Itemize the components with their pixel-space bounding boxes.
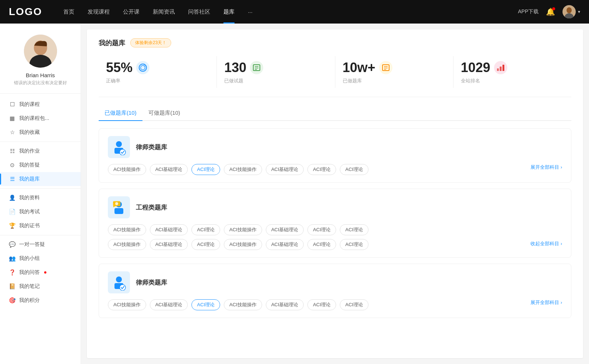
tag[interactable]: ACI理论 [307, 239, 336, 250]
expand-link[interactable]: 展开全部科目 › [530, 164, 562, 171]
tag[interactable]: ACI基础理论 [266, 299, 304, 310]
sidebar-item-cert[interactable]: 🏆 我的证书 [0, 219, 81, 233]
profile-icon: 👤 [9, 195, 15, 201]
sidebar-item-points[interactable]: 🎯 我的积分 [0, 293, 81, 307]
tag[interactable]: ACI技能操作 [224, 239, 262, 250]
tag[interactable]: ACI技能操作 [108, 164, 146, 175]
tag[interactable]: ACI基础理论 [266, 224, 304, 235]
tags-and-expand: ACI技能操作 ACI基础理论 ACI理论 ACI技能操作 ACI基础理论 AC… [108, 299, 562, 310]
tag[interactable]: ACI理论 [191, 224, 220, 235]
tags-row-1: ACI技能操作 ACI基础理论 ACI理论 ACI技能操作 ACI基础理论 AC… [108, 224, 562, 235]
sidebar-item-label: 我的积分 [19, 297, 40, 304]
tab-done-banks[interactable]: 已做题库(10) [99, 106, 142, 120]
tag[interactable]: ACI基础理论 [150, 239, 188, 250]
svg-point-19 [116, 141, 122, 147]
nav-item-bank[interactable]: 题库 [217, 0, 241, 24]
tag[interactable]: ACI理论 [191, 239, 220, 250]
tag[interactable]: ACI技能操作 [224, 164, 262, 175]
tag[interactable]: ACI基础理论 [266, 239, 304, 250]
tag[interactable]: ACI技能操作 [224, 224, 262, 235]
sidebar-item-exam[interactable]: 📄 我的考试 [0, 205, 81, 219]
nav-item-home[interactable]: 首页 [57, 0, 81, 24]
sidebar-item-tutor[interactable]: 💬 一对一答疑 [0, 238, 81, 251]
points-icon: 🎯 [9, 297, 15, 304]
sidebar-item-profile[interactable]: 👤 我的资料 [0, 191, 81, 205]
nav-item-open[interactable]: 公开课 [116, 0, 146, 24]
course-pkg-icon: ▦ [9, 115, 15, 122]
tag-active[interactable]: ACI理论 [191, 299, 220, 310]
tag[interactable]: ACI技能操作 [108, 239, 146, 250]
tab-todo-banks[interactable]: 可做题库(10) [142, 106, 186, 120]
sidebar-item-label: 我的笔记 [19, 283, 40, 290]
sidebar-item-label: 我的课程 [19, 101, 40, 108]
svg-rect-16 [497, 68, 499, 71]
tag[interactable]: ACI基础理论 [150, 164, 188, 175]
sidebar-item-label: 我的证书 [19, 222, 40, 229]
tag[interactable]: ACI基础理论 [266, 164, 304, 175]
top-nav: LOGO 首页 发现课程 公开课 新闻资讯 问答社区 题库 ··· APP下载 … [0, 0, 589, 24]
tag[interactable]: ACI理论 [340, 224, 368, 235]
sidebar-item-questions[interactable]: ❓ 我的问答 [0, 265, 81, 279]
tag[interactable]: ACI基础理论 [150, 299, 188, 310]
sidebar-item-bank[interactable]: ☰ 我的题库 [0, 172, 81, 186]
sidebar-item-group[interactable]: 👥 我的小组 [0, 251, 81, 265]
tags-wrap: ACI技能操作 ACI基础理论 ACI理论 ACI技能操作 ACI基础理论 AC… [108, 299, 530, 310]
sidebar-item-courses[interactable]: ☐ 我的课程 [0, 97, 81, 111]
sidebar-item-notes[interactable]: 📔 我的笔记 [0, 279, 81, 293]
profile-section: Brian Harris 错误的决定比没有决定要好 [0, 31, 81, 94]
notification-bell[interactable]: 🔔 [546, 7, 555, 16]
sidebar-item-label: 我的考试 [19, 208, 40, 215]
expand-link[interactable]: 展开全部科目 › [530, 299, 562, 306]
main-content: 我的题库 体验剩余23天！ 55% 正确率 130 [87, 29, 583, 358]
notes-icon: 📔 [9, 283, 15, 290]
nav-item-more[interactable]: ··· [241, 0, 259, 24]
tag[interactable]: ACI技能操作 [108, 224, 146, 235]
star-icon: ☆ [9, 129, 15, 136]
stat-icon-done [250, 61, 263, 74]
qa-icon: ⊙ [9, 162, 15, 168]
tag[interactable]: ACI基础理论 [150, 224, 188, 235]
sidebar-item-label: 我的问答 [19, 269, 40, 276]
stat-banks: 10w+ 已做题库 [335, 56, 454, 88]
stat-accuracy: 55% 正确率 [99, 56, 217, 88]
tag[interactable]: ACI技能操作 [224, 299, 262, 310]
sidebar-item-course-pkg[interactable]: ▦ 我的课程包... [0, 111, 81, 125]
svg-rect-23 [114, 208, 123, 214]
tag[interactable]: ACI理论 [307, 299, 336, 310]
bank-card-lawyer-1: 律师类题库 ACI技能操作 ACI基础理论 ACI理论 ACI技能操作 ACI基… [99, 128, 571, 183]
bank-title: 律师类题库 [136, 278, 167, 287]
stat-top: 1029 [461, 60, 507, 75]
bank-card-lawyer-2: 律师类题库 ACI技能操作 ACI基础理论 ACI理论 ACI技能操作 ACI基… [99, 264, 571, 318]
page-title: 我的题库 [99, 39, 125, 47]
stat-label: 已做题库 [343, 78, 362, 84]
sidebar-menu: ☐ 我的课程 ▦ 我的课程包... ☆ 我的收藏 ☷ 我的作业 ⊙ 我的答疑 ☰ [0, 97, 81, 307]
nav-item-courses[interactable]: 发现课程 [81, 0, 116, 24]
stat-rank: 1029 全站排名 [454, 56, 571, 88]
sidebar-item-favorites[interactable]: ☆ 我的收藏 [0, 125, 81, 139]
tag[interactable]: ACI技能操作 [108, 299, 146, 310]
tag[interactable]: ACI理论 [340, 239, 368, 250]
tag[interactable]: ACI理论 [307, 164, 336, 175]
sidebar-item-homework[interactable]: ☷ 我的作业 [0, 144, 81, 158]
svg-rect-18 [502, 65, 504, 71]
sidebar-item-qa[interactable]: ⊙ 我的答疑 [0, 158, 81, 172]
notification-dot [552, 7, 555, 10]
nav-item-news[interactable]: 新闻资讯 [146, 0, 181, 24]
user-avatar-menu[interactable]: ▾ [562, 5, 580, 18]
tag-active[interactable]: ACI理论 [191, 164, 220, 175]
tags-multi-row: ACI技能操作 ACI基础理论 ACI理论 ACI技能操作 ACI基础理论 AC… [108, 224, 562, 250]
tag[interactable]: ACI理论 [340, 164, 368, 175]
tag[interactable]: ACI理论 [307, 224, 336, 235]
tag[interactable]: ACI理论 [340, 299, 368, 310]
collapse-link[interactable]: 收起全部科目 › [530, 240, 562, 247]
nav-right: APP下载 🔔 ▾ [518, 5, 580, 18]
nav-item-qa[interactable]: 问答社区 [181, 0, 217, 24]
stat-top: 10w+ [343, 60, 392, 75]
sidebar: Brian Harris 错误的决定比没有决定要好 ☐ 我的课程 ▦ 我的课程包… [0, 24, 81, 364]
stat-icon-accuracy [136, 61, 149, 74]
svg-point-21 [120, 149, 126, 155]
app-download-link[interactable]: APP下载 [518, 8, 539, 15]
stat-number: 55% [106, 60, 133, 75]
tags-wrap: ACI技能操作 ACI基础理论 ACI理论 ACI技能操作 ACI基础理论 AC… [108, 239, 530, 250]
stat-done: 130 已做试题 [217, 56, 335, 88]
